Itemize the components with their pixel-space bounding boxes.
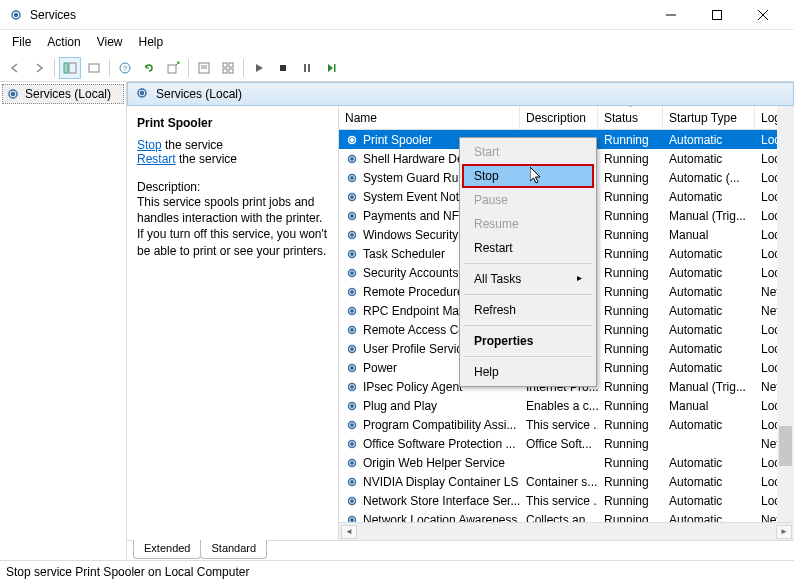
cell-name: User Profile Service xyxy=(363,342,469,356)
svg-rect-11 xyxy=(168,65,176,73)
svg-rect-17 xyxy=(223,69,227,73)
context-menu-properties[interactable]: Properties xyxy=(462,329,594,353)
forward-button[interactable] xyxy=(28,57,50,79)
menu-file[interactable]: File xyxy=(4,33,39,51)
context-menu-resume: Resume xyxy=(462,212,594,236)
vertical-scroll-thumb[interactable] xyxy=(779,426,792,466)
tree-root-item[interactable]: Services (Local) xyxy=(2,84,124,104)
tab-extended[interactable]: Extended xyxy=(133,540,201,559)
context-menu-restart[interactable]: Restart xyxy=(462,236,594,260)
cell-name: Security Accounts xyxy=(363,266,458,280)
restart-service-button[interactable] xyxy=(320,57,342,79)
context-menu-help[interactable]: Help xyxy=(462,360,594,384)
minimize-button[interactable] xyxy=(648,1,694,29)
window-controls xyxy=(648,1,786,29)
show-hide-tree-button[interactable] xyxy=(59,57,81,79)
table-row[interactable]: Origin Web Helper ServiceRunningAutomati… xyxy=(339,453,794,472)
col-startup-type[interactable]: Startup Type xyxy=(663,106,755,129)
cell-startup: Manual (Trig... xyxy=(663,380,755,394)
cell-name: Origin Web Helper Service xyxy=(363,456,505,470)
close-button[interactable] xyxy=(740,1,786,29)
vertical-scrollbar[interactable] xyxy=(777,106,794,522)
service-icon xyxy=(345,171,359,185)
context-menu-separator xyxy=(464,356,592,357)
menu-view[interactable]: View xyxy=(89,33,131,51)
svg-rect-7 xyxy=(69,63,76,73)
help-button[interactable]: ? xyxy=(114,57,136,79)
svg-rect-19 xyxy=(280,65,286,71)
service-icon xyxy=(345,323,359,337)
svg-rect-15 xyxy=(223,63,227,67)
cell-name: Windows Security xyxy=(363,228,458,242)
tab-standard[interactable]: Standard xyxy=(200,540,267,559)
context-menu-stop[interactable]: Stop xyxy=(462,164,594,188)
cell-startup: Automatic xyxy=(663,152,755,166)
refresh-button[interactable] xyxy=(138,57,160,79)
svg-point-28 xyxy=(351,138,353,140)
cell-startup: Automatic xyxy=(663,247,755,261)
cell-name: Office Software Protection ... xyxy=(363,437,516,451)
cell-name: RPC Endpoint Map xyxy=(363,304,466,318)
context-menu-all-tasks[interactable]: All Tasks xyxy=(462,267,594,291)
svg-point-42 xyxy=(351,271,353,273)
export-list-button[interactable] xyxy=(83,57,105,79)
grid-button[interactable] xyxy=(217,57,239,79)
svg-point-36 xyxy=(351,214,353,216)
service-icon xyxy=(345,285,359,299)
table-row[interactable]: Network Store Interface Ser...This servi… xyxy=(339,491,794,510)
restart-link[interactable]: Restart xyxy=(137,152,176,166)
stop-service-button[interactable] xyxy=(272,57,294,79)
cell-status: Running xyxy=(598,380,663,394)
back-button[interactable] xyxy=(4,57,26,79)
svg-point-38 xyxy=(351,233,353,235)
cell-status: Running xyxy=(598,228,663,242)
maximize-button[interactable] xyxy=(694,1,740,29)
context-menu[interactable]: StartStopPauseResumeRestartAll TasksRefr… xyxy=(459,137,597,387)
cell-name: NVIDIA Display Container LS xyxy=(363,475,518,489)
cell-description: Enables a c... xyxy=(520,399,598,413)
menu-help[interactable]: Help xyxy=(131,33,172,51)
export-button[interactable] xyxy=(162,57,184,79)
properties-button[interactable] xyxy=(193,57,215,79)
service-icon xyxy=(345,494,359,508)
table-row[interactable]: Plug and PlayEnables a c...RunningManual… xyxy=(339,396,794,415)
services-icon xyxy=(5,86,21,102)
main-area: Services (Local) Services (Local) Print … xyxy=(0,82,794,560)
cell-startup: Automatic xyxy=(663,133,755,147)
toolbar: ? xyxy=(0,54,794,82)
scroll-left-button[interactable]: ◄ xyxy=(341,525,357,539)
service-icon xyxy=(345,304,359,318)
table-row[interactable]: Program Compatibility Assi...This servic… xyxy=(339,415,794,434)
table-row[interactable]: Network Location AwarenessCollects an...… xyxy=(339,510,794,522)
pause-service-button[interactable] xyxy=(296,57,318,79)
cell-startup: Automatic xyxy=(663,323,755,337)
start-service-button[interactable] xyxy=(248,57,270,79)
table-row[interactable]: NVIDIA Display Container LSContainer s..… xyxy=(339,472,794,491)
context-menu-refresh[interactable]: Refresh xyxy=(462,298,594,322)
cell-name: Power xyxy=(363,361,397,375)
scroll-right-button[interactable]: ► xyxy=(776,525,792,539)
cell-status: Running xyxy=(598,494,663,508)
service-icon xyxy=(345,133,359,147)
svg-rect-18 xyxy=(229,69,233,73)
stop-link[interactable]: Stop xyxy=(137,138,162,152)
cell-startup: Manual (Trig... xyxy=(663,209,755,223)
context-menu-separator xyxy=(464,294,592,295)
svg-point-66 xyxy=(351,499,353,501)
cell-startup: Automatic xyxy=(663,342,755,356)
horizontal-scrollbar[interactable]: ◄ ► xyxy=(339,522,794,540)
service-icon xyxy=(345,342,359,356)
header-icon xyxy=(134,85,150,104)
table-row[interactable]: Office Software Protection ...Office Sof… xyxy=(339,434,794,453)
cell-status: Running xyxy=(598,190,663,204)
cell-description: Container s... xyxy=(520,475,598,489)
col-description[interactable]: Description xyxy=(520,106,598,129)
col-name[interactable]: Name xyxy=(339,106,520,129)
context-menu-start: Start xyxy=(462,140,594,164)
cell-status: Running xyxy=(598,361,663,375)
service-icon xyxy=(345,190,359,204)
cell-startup: Automatic xyxy=(663,418,755,432)
menu-action[interactable]: Action xyxy=(39,33,88,51)
svg-point-26 xyxy=(141,91,144,94)
col-status[interactable]: ⌃Status xyxy=(598,106,663,129)
